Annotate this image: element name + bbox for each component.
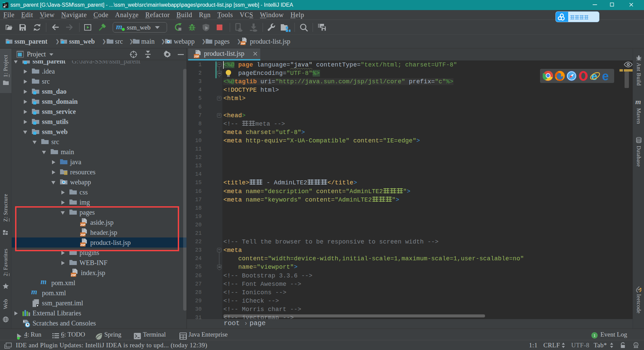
svg-text:JSP: JSP: [71, 273, 76, 277]
svg-text:e: e: [602, 71, 609, 81]
svg-text:JSP: JSP: [194, 55, 199, 58]
svg-text:e: e: [591, 71, 597, 81]
svg-text:IJ: IJ: [4, 4, 7, 7]
svg-text:JSP: JSP: [240, 42, 246, 45]
